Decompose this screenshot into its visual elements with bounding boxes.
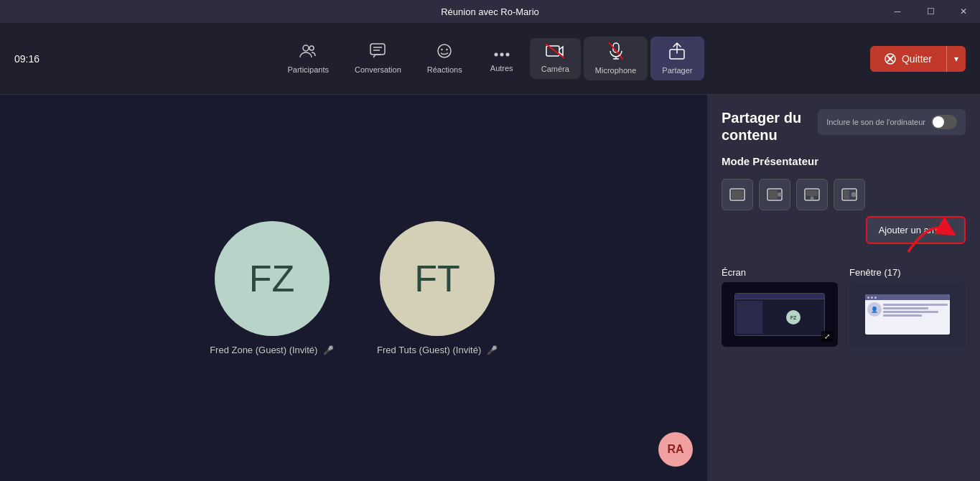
toggle-knob	[933, 116, 944, 128]
screen-sharing-options: Écran FZ ⤢	[722, 267, 966, 347]
mode-title: Mode Présentateur	[722, 155, 966, 167]
presenter-modes: Ajouter un arrièr...	[722, 179, 966, 244]
avatar-ft: FT	[380, 221, 495, 336]
minimize-button[interactable]: ─	[881, 0, 914, 23]
ecran-mini-left	[737, 301, 762, 334]
window-title: Réunion avec Ro-Mario	[441, 6, 539, 17]
mode-sidebyside-button[interactable]	[834, 179, 865, 210]
mode-section: Mode Présentateur	[722, 155, 966, 167]
mode-fullscreen-button[interactable]	[722, 179, 753, 210]
participants-icon	[299, 43, 317, 62]
fenetre-mini-body: 👤	[865, 300, 951, 335]
fenetre-label: Fenêtre (17)	[849, 267, 966, 278]
participants-button[interactable]: Participants	[276, 37, 340, 80]
svg-point-5	[438, 45, 451, 57]
fenetre-line-3	[883, 311, 938, 313]
autres-label: Autres	[490, 64, 513, 73]
fenetre-dot-2	[871, 296, 873, 299]
mode-reporter-button[interactable]	[796, 179, 828, 210]
fenetre-line-1	[883, 304, 948, 306]
ecran-mini-avatar: FZ	[786, 310, 801, 324]
conversation-button[interactable]: Conversation	[343, 37, 413, 80]
svg-rect-22	[732, 190, 743, 199]
ecran-thumb-inner: FZ ⤢	[723, 284, 836, 345]
fenetre-line-2	[883, 307, 928, 309]
sound-toggle-box: Inclure le son de l'ordinateur	[818, 109, 966, 135]
sound-toggle-switch[interactable]	[931, 115, 957, 129]
fenetre-dot-1	[867, 296, 869, 299]
participant-ft-name: Fred Tuts (Guest) (Invité) 🎤	[377, 345, 498, 355]
share-icon	[669, 42, 685, 63]
participant-fz-name: Fred Zone (Guest) (Invité) 🎤	[210, 345, 334, 355]
conversation-label: Conversation	[355, 65, 401, 74]
fenetre-thumb-inner: 👤	[851, 284, 964, 345]
mute-icon-ft: 🎤	[487, 345, 498, 355]
fenetre-lines	[883, 302, 948, 332]
share-label: Partager	[662, 66, 692, 75]
ecran-expand-icon: ⤢	[821, 331, 833, 342]
quit-button-group: Quitter ▾	[870, 46, 966, 72]
add-background-button[interactable]: Ajouter un arrièr...	[866, 216, 966, 244]
svg-rect-11	[546, 46, 559, 56]
share-button[interactable]: Partager	[650, 37, 704, 80]
share-panel-header: Partager ducontenu Inclure le son de l'o…	[722, 109, 966, 144]
svg-point-6	[442, 49, 443, 50]
participants-label: Participants	[287, 65, 328, 74]
svg-point-7	[447, 49, 448, 50]
ecran-label: Écran	[722, 267, 838, 278]
camera-button[interactable]: Caméra	[530, 38, 581, 79]
fenetre-person-icon: 👤	[867, 302, 882, 317]
svg-rect-2	[370, 44, 385, 55]
avatar-ft-initials: FT	[414, 257, 460, 300]
autres-button[interactable]: Autres	[477, 39, 527, 78]
toolbar: 09:16 Participants	[0, 23, 980, 95]
fenetre-dot-3	[874, 296, 877, 299]
fenetre-line-4	[883, 314, 922, 317]
window-controls: ─ ☐ ✕	[881, 0, 980, 23]
svg-rect-30	[844, 190, 849, 199]
participant-ft: FT Fred Tuts (Guest) (Invité) 🎤	[377, 221, 498, 355]
sound-toggle-label: Inclure le son de l'ordinateur	[826, 117, 925, 127]
avatar-fz: FZ	[215, 221, 330, 336]
fenetre-mini-window: 👤	[865, 294, 951, 335]
svg-point-28	[811, 197, 814, 200]
add-bg-label: Ajouter un arrièr...	[879, 225, 953, 235]
close-button[interactable]: ✕	[947, 0, 980, 23]
maximize-button[interactable]: ☐	[914, 0, 947, 23]
ecran-mini-right: FZ	[764, 301, 823, 334]
ecran-mini-screen: FZ	[734, 293, 825, 336]
main-area: FZ Fred Zone (Guest) (Invité) 🎤 FT Fred …	[0, 95, 980, 481]
share-panel-title: Partager ducontenu	[722, 109, 801, 144]
microphone-icon	[609, 42, 623, 63]
svg-point-8	[494, 53, 498, 57]
microphone-label: Microphone	[595, 66, 636, 75]
svg-point-31	[851, 192, 857, 197]
microphone-button[interactable]: Microphone	[584, 37, 648, 80]
quit-label: Quitter	[902, 53, 932, 65]
quit-button[interactable]: Quitter	[870, 46, 946, 72]
quit-dropdown-button[interactable]: ▾	[946, 46, 966, 72]
svg-point-1	[309, 46, 314, 50]
ecran-mini-content: FZ	[735, 299, 824, 335]
camera-label: Caméra	[541, 65, 569, 73]
svg-rect-27	[806, 190, 818, 196]
camera-icon	[546, 44, 564, 62]
share-panel: Partager ducontenu Inclure le son de l'o…	[707, 95, 980, 481]
mute-icon-fz: 🎤	[323, 345, 334, 355]
screen-item-ecran: Écran FZ ⤢	[722, 267, 838, 347]
video-area: FZ Fred Zone (Guest) (Invité) 🎤 FT Fred …	[0, 95, 707, 481]
reactions-button[interactable]: Réactions	[416, 37, 474, 80]
svg-point-0	[303, 45, 309, 51]
ra-avatar: RA	[658, 432, 693, 467]
fenetre-thumbnail[interactable]: 👤	[849, 282, 966, 347]
toolbar-buttons: Participants Conversation	[276, 37, 704, 80]
screen-item-fenetre: Fenêtre (17) 👤	[849, 267, 966, 347]
ecran-thumbnail[interactable]: FZ ⤢	[722, 282, 838, 347]
reactions-label: Réactions	[427, 65, 462, 74]
fenetre-mini-titlebar	[865, 294, 951, 300]
avatar-fz-initials: FZ	[249, 257, 295, 300]
mode-presenter-side-button[interactable]	[759, 179, 790, 210]
svg-point-25	[778, 192, 782, 197]
participant-fz: FZ Fred Zone (Guest) (Invité) 🎤	[210, 221, 334, 355]
titlebar: Réunion avec Ro-Mario ─ ☐ ✕	[0, 0, 980, 23]
